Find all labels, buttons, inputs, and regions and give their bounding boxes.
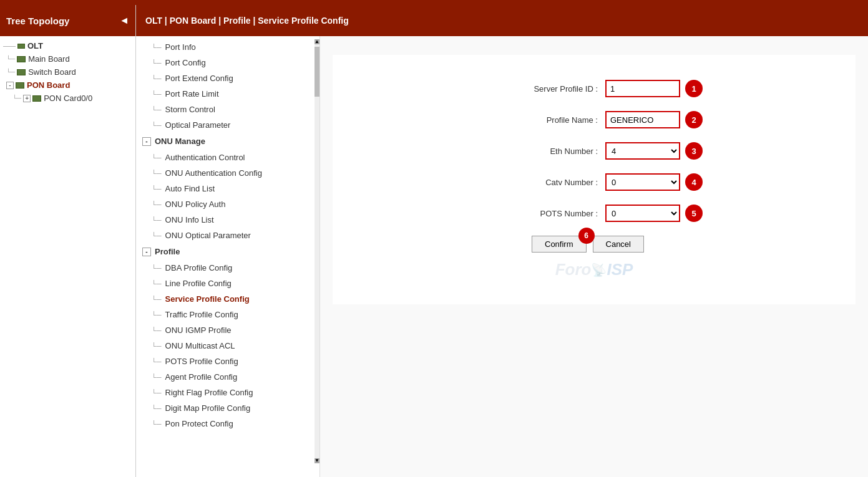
onu-optical-bullet: └─ — [152, 232, 162, 239]
right-panel: OLT | PON Board | Profile | Service Prof… — [136, 5, 868, 477]
digit-map-bullet: └─ — [152, 405, 162, 412]
tree-item-pon-card[interactable]: └─ + PON Card0/0 — [0, 92, 135, 105]
catv-number-select[interactable]: 0 1 2 — [605, 173, 680, 191]
sidebar-tree: —— OLT └─ Main Board └─ Switch Board - P… — [0, 36, 135, 477]
olt-icon — [17, 44, 25, 49]
nav-authentication-control[interactable]: └─ Authentication Control — [136, 150, 315, 165]
top-bar — [0, 0, 868, 5]
nav-traffic-profile-config[interactable]: └─ Traffic Profile Config — [136, 307, 315, 322]
step-badge-3: 3 — [685, 142, 703, 160]
nav-onu-info-list[interactable]: └─ ONU Info List — [136, 212, 315, 228]
onu-policy-bullet: └─ — [152, 201, 162, 208]
onu-manage-expand-icon[interactable]: - — [142, 137, 151, 146]
nav-section-profile[interactable]: - Profile — [136, 243, 315, 260]
nav-agent-profile-config[interactable]: └─ Agent Profile Config — [136, 369, 315, 385]
tree-item-switch-board[interactable]: └─ Switch Board — [0, 65, 135, 79]
port-config-bullet: └─ — [152, 59, 162, 67]
pots-number-select[interactable]: 0 1 2 4 — [605, 205, 680, 222]
scroll-thumb[interactable] — [315, 47, 319, 97]
igmp-bullet: └─ — [152, 327, 162, 334]
storm-control-bullet: └─ — [152, 106, 162, 113]
watermark-isp: ISP — [607, 260, 633, 279]
nav-onu-igmp-profile[interactable]: └─ ONU IGMP Profile — [136, 322, 315, 338]
cancel-button[interactable]: Cancel — [593, 236, 644, 253]
onu-info-bullet: └─ — [152, 216, 162, 224]
form-buttons: Confirm 6 Cancel — [358, 236, 818, 253]
server-profile-id-input[interactable] — [605, 80, 680, 97]
main-board-icon — [17, 56, 26, 62]
form-area: Server Profile ID : 1 Profile Name : 2 E… — [320, 36, 868, 477]
right-flag-bullet: └─ — [152, 389, 162, 397]
pots-bullet: └─ — [152, 358, 162, 365]
catv-number-row: Catv Number : 0 1 2 4 — [358, 173, 818, 191]
profile-name-row: Profile Name : 2 — [358, 111, 818, 128]
nav-panel: └─ Port Info └─ Port Config └─ Port Exte… — [136, 36, 320, 477]
watermark-foro: Foro — [555, 260, 592, 279]
nav-onu-optical-parameter[interactable]: └─ ONU Optical Parameter — [136, 228, 315, 243]
optical-bullet: └─ — [152, 122, 162, 129]
pots-number-label: POTS Number : — [473, 209, 598, 218]
sidebar-collapse-icon[interactable]: ◄ — [119, 15, 129, 26]
pon-board-expand[interactable]: - — [6, 82, 14, 89]
line-bullet: └─ — [152, 280, 162, 287]
onu-auth-bullet: └─ — [152, 170, 162, 177]
nav-pon-protect-config[interactable]: └─ Pon Protect Config — [136, 416, 315, 431]
nav-section-onu-manage[interactable]: - ONU Manage — [136, 133, 315, 150]
nav-optical-parameter[interactable]: └─ Optical Parameter — [136, 117, 315, 133]
form-container: Server Profile ID : 1 Profile Name : 2 E… — [333, 55, 856, 304]
auto-find-bullet: └─ — [152, 185, 162, 193]
nav-right-flag-profile-config[interactable]: └─ Right Flag Profile Config — [136, 385, 315, 400]
scroll-down-icon[interactable]: ▼ — [315, 458, 319, 463]
port-extend-bullet: └─ — [152, 75, 162, 82]
pon-board-label: PON Board — [27, 80, 70, 90]
nav-onu-multicast-acl[interactable]: └─ ONU Multicast ACL — [136, 338, 315, 354]
step-badge-5: 5 — [685, 205, 703, 222]
step-badge-1: 1 — [685, 80, 703, 97]
breadcrumb: OLT | PON Board | Profile | Service Prof… — [136, 5, 868, 36]
auth-control-bullet: └─ — [152, 154, 162, 161]
profile-expand-icon[interactable]: - — [142, 248, 151, 256]
pots-number-row: POTS Number : 0 1 2 4 5 — [358, 205, 818, 222]
nav-port-info[interactable]: └─ Port Info — [136, 39, 315, 55]
tree-item-olt[interactable]: —— OLT — [0, 39, 135, 52]
nav-service-profile-config[interactable]: └─ Service Profile Config — [136, 291, 315, 307]
pon-protect-bullet: └─ — [152, 420, 162, 428]
nav-line-profile-config[interactable]: └─ Line Profile Config — [136, 276, 315, 291]
scroll-up-icon[interactable]: ▲ — [315, 39, 319, 44]
nav-port-extend-config[interactable]: └─ Port Extend Config — [136, 70, 315, 86]
nav-dba-profile-config[interactable]: └─ DBA Profile Config — [136, 260, 315, 276]
service-bullet: └─ — [152, 296, 162, 303]
nav-auto-find-list[interactable]: └─ Auto Find List — [136, 181, 315, 196]
nav-pots-profile-config[interactable]: └─ POTS Profile Config — [136, 354, 315, 369]
port-rate-bullet: └─ — [152, 90, 162, 98]
sidebar-title-text: Tree Topology — [6, 16, 69, 26]
content-area: └─ Port Info └─ Port Config └─ Port Exte… — [136, 36, 868, 477]
eth-number-row: Eth Number : 0 1 2 3 4 5 6 7 8 3 — [358, 142, 818, 160]
tree-item-main-board[interactable]: └─ Main Board — [0, 52, 135, 65]
nav-port-rate-limit[interactable]: └─ Port Rate Limit — [136, 86, 315, 102]
pon-card-label: PON Card0/0 — [44, 94, 92, 103]
sidebar: Tree Topology ◄ —— OLT └─ Main Board └─ … — [0, 5, 136, 477]
tree-item-pon-board[interactable]: - PON Board — [0, 79, 135, 92]
watermark-antenna-icon: 📡 — [591, 263, 607, 277]
breadcrumb-text: OLT | PON Board | Profile | Service Prof… — [145, 16, 349, 26]
olt-label: OLT — [27, 41, 43, 51]
server-profile-id-label: Server Profile ID : — [473, 84, 598, 94]
nav-port-config[interactable]: └─ Port Config — [136, 55, 315, 70]
pon-board-icon — [16, 82, 24, 89]
profile-name-input[interactable] — [605, 111, 680, 128]
confirm-button[interactable]: Confirm 6 — [532, 236, 587, 253]
nav-onu-policy-auth[interactable]: └─ ONU Policy Auth — [136, 196, 315, 212]
nav-digit-map-profile-config[interactable]: └─ Digit Map Profile Config — [136, 400, 315, 416]
profile-name-label: Profile Name : — [473, 115, 598, 125]
eth-number-label: Eth Number : — [473, 147, 598, 156]
nav-onu-auth-config[interactable]: └─ ONU Authentication Config — [136, 165, 315, 181]
switch-board-icon — [17, 69, 26, 75]
eth-number-select[interactable]: 0 1 2 3 4 5 6 7 8 — [605, 142, 680, 160]
main-board-label: Main Board — [28, 54, 69, 64]
pon-card-expand[interactable]: + — [23, 95, 31, 102]
dba-bullet: └─ — [152, 264, 162, 272]
server-profile-id-row: Server Profile ID : 1 — [358, 80, 818, 97]
nav-storm-control[interactable]: └─ Storm Control — [136, 102, 315, 117]
catv-number-label: Catv Number : — [473, 178, 598, 187]
